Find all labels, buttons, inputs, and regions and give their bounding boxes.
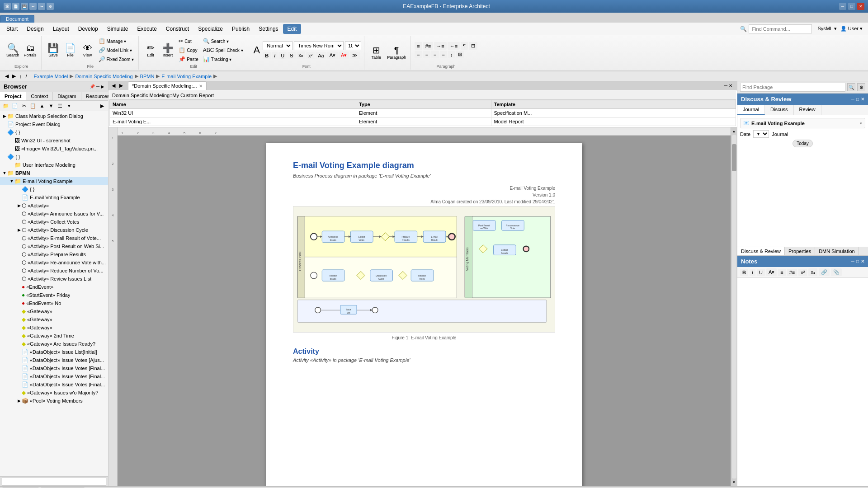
tree-item-data-initial[interactable]: 📄 «DataObject» Issue List[Initial]: [0, 348, 108, 356]
discuss-tab-review[interactable]: Review: [794, 105, 821, 115]
minimize-btn[interactable]: ─: [839, 3, 846, 10]
tree-item-class-markup[interactable]: ▶ 📁 Class Markup Selection Dialog: [0, 112, 108, 120]
discuss-minimize-btn[interactable]: ─: [851, 97, 854, 102]
menu-construct[interactable]: Construct: [161, 24, 193, 34]
search-ribbon-btn[interactable]: 🔍 Search ▾: [201, 37, 245, 45]
highlight-btn[interactable]: A▾: [327, 52, 338, 59]
notes-superscript-btn[interactable]: x²: [798, 269, 807, 276]
nav-up-btn[interactable]: ↑: [18, 73, 24, 80]
find-command-input[interactable]: [749, 24, 812, 33]
browser-dropdown-btn[interactable]: ▾: [65, 102, 73, 110]
discuss-close-btn[interactable]: ✕: [861, 97, 864, 102]
menu-develop[interactable]: Develop: [74, 24, 103, 34]
notes-bold-btn[interactable]: B: [740, 269, 748, 276]
breadcrumb-example-model[interactable]: Example Model: [34, 74, 68, 79]
fixed-zoom-btn[interactable]: 🔎 Fixed Zoom ▾: [97, 55, 136, 63]
case-btn[interactable]: Aa: [316, 52, 326, 59]
expand-icon[interactable]: ▶: [16, 228, 22, 232]
save-btn[interactable]: 💾 Save: [45, 42, 61, 58]
copy-btn[interactable]: 📋 Copy: [177, 46, 200, 54]
date-select[interactable]: ▾: [753, 130, 769, 138]
border-btn[interactable]: ⊟: [469, 42, 477, 50]
browser-expand-btn[interactable]: ▶: [101, 84, 104, 89]
browser-minimize-btn[interactable]: ─: [96, 84, 99, 89]
tree-item-activity1[interactable]: ▶ ⬡ «Activity»: [0, 202, 108, 210]
right-panel-tab-properties[interactable]: Properties: [785, 247, 815, 255]
font-large-a-btn[interactable]: A: [252, 43, 262, 57]
window-controls[interactable]: ─ □ ✕: [839, 3, 864, 10]
notes-underline-btn[interactable]: U: [757, 269, 765, 276]
tree-item-win32-screenshot[interactable]: 🖼 Win32 UI - screenshot: [0, 136, 108, 145]
scroll-thumb[interactable]: [732, 144, 736, 171]
scroll-track[interactable]: [732, 135, 736, 479]
browser-menu-btn[interactable]: ☰: [56, 102, 64, 110]
domain-row-2[interactable]: E-mail Voting E... Element Model Report: [110, 117, 736, 126]
tree-item-ui-modeling[interactable]: 📁 User Interface Modeling: [0, 161, 108, 169]
indent-increase-btn[interactable]: →≡: [434, 42, 446, 50]
nav-back-btn[interactable]: ◀: [4, 73, 10, 80]
file-btn[interactable]: 📄 File: [62, 42, 79, 58]
tree-item-reduce[interactable]: ⬡ «Activity» Reduce Number of Vo...: [0, 267, 108, 275]
find-package-search-btn[interactable]: 🔍: [847, 83, 855, 91]
tree-item-pool-voting[interactable]: ▶ 📦 «Pool» Voting Members: [0, 397, 108, 405]
nav-forward-btn[interactable]: ▶: [11, 73, 17, 80]
menu-publish[interactable]: Publish: [227, 24, 254, 34]
browser-up-btn[interactable]: ▲: [38, 102, 46, 110]
tree-item-gateway1[interactable]: ◆ «Gateway»: [0, 307, 108, 315]
tree-item-project-event[interactable]: 📄 Project Event Dialog: [0, 120, 108, 128]
italic-btn[interactable]: I: [272, 52, 278, 59]
align-center-btn[interactable]: ≡: [423, 51, 430, 58]
doc-scrollbar-vertical[interactable]: ▲ ▼: [731, 127, 737, 486]
tree-item-data-votes4[interactable]: 📄 «DataObject» Issue Votes [Final...: [0, 380, 108, 389]
browser-down-btn[interactable]: ▼: [47, 102, 55, 110]
discuss-item-expand[interactable]: ▾: [860, 121, 862, 126]
model-link-btn[interactable]: 🔗 Model Link ▾: [97, 46, 136, 54]
font-size-select[interactable]: 10: [345, 41, 361, 50]
tree-item-email-result[interactable]: ⬡ «Activity» E-mail Result of Vote...: [0, 234, 108, 242]
tree-item-braces2[interactable]: 🔷 { }: [0, 153, 108, 161]
tree-item-gateway2[interactable]: ◆ «Gateway»: [0, 315, 108, 324]
browser-copy-btn[interactable]: 📋: [29, 102, 37, 110]
tree-item-review-issues[interactable]: ⬡ «Activity» Review Issues List: [0, 275, 108, 283]
strikethrough-btn[interactable]: S: [288, 52, 295, 59]
notes-link-btn[interactable]: 🔗: [819, 268, 830, 276]
tree-item-braces1[interactable]: 🔷 { }: [0, 128, 108, 136]
discuss-tab-discuss[interactable]: Discuss: [765, 105, 794, 115]
show-formatting-btn[interactable]: ¶: [461, 42, 468, 50]
tree-item-start-event[interactable]: ● «StartEvent» Friday: [0, 291, 108, 299]
paragraph-btn[interactable]: ¶ Paragraph: [385, 45, 408, 61]
menu-edit[interactable]: Edit: [283, 24, 302, 34]
expand-icon[interactable]: ▶: [16, 399, 22, 403]
manage-btn[interactable]: 📋 Manage ▾: [97, 37, 136, 45]
insert-btn[interactable]: ➕ Insert: [160, 42, 176, 58]
nav-home-btn[interactable]: /: [24, 73, 28, 80]
view-btn[interactable]: 👁 View: [80, 42, 96, 58]
tree-item-gateway-2ndtime[interactable]: ◆ «Gateway» 2nd Time: [0, 332, 108, 340]
domain-tab-close[interactable]: ✕: [199, 84, 203, 89]
cut-btn[interactable]: ✂ Cut: [177, 37, 200, 45]
domain-close-btn[interactable]: ✕: [729, 83, 732, 88]
browser-cut-btn[interactable]: ✂: [20, 102, 28, 110]
menu-settings[interactable]: Settings: [254, 24, 283, 34]
notes-attach-btn[interactable]: 📎: [831, 268, 842, 276]
notes-italic-btn[interactable]: I: [750, 269, 755, 276]
menu-design[interactable]: Design: [22, 24, 48, 34]
edit-btn[interactable]: ✏ Edit: [142, 42, 159, 58]
table-btn[interactable]: ⊞ Table: [368, 45, 384, 61]
superscript-btn[interactable]: x²: [306, 52, 315, 59]
tree-item-collect-votes[interactable]: ⬡ «Activity» Collect Votes: [0, 218, 108, 226]
tree-item-end-event-no[interactable]: ● «EndEvent» No: [0, 299, 108, 307]
browser-tab-diagram[interactable]: Diagram: [53, 92, 81, 100]
indent-decrease-btn[interactable]: ←≡: [448, 42, 460, 50]
tree-item-data-votes2[interactable]: 📄 «DataObject» Issue Votes [Final...: [0, 364, 108, 372]
discuss-tab-journal[interactable]: Journal: [737, 105, 765, 115]
menu-simulate[interactable]: Simulate: [103, 24, 133, 34]
tree-item-gateway-majority[interactable]: ◆ «Gateway» Issues w'o Majority?: [0, 389, 108, 397]
find-package-options-btn[interactable]: ⚙: [857, 83, 865, 91]
menu-start[interactable]: Start: [2, 24, 22, 34]
bold-btn[interactable]: B: [263, 52, 271, 59]
tree-item-email-voting-doc[interactable]: 📄 E-mail Voting Example: [0, 193, 108, 202]
notes-color-btn[interactable]: A▾: [766, 268, 777, 276]
discuss-expand-btn[interactable]: □: [856, 97, 859, 102]
expand-icon[interactable]: ▶: [16, 203, 22, 208]
